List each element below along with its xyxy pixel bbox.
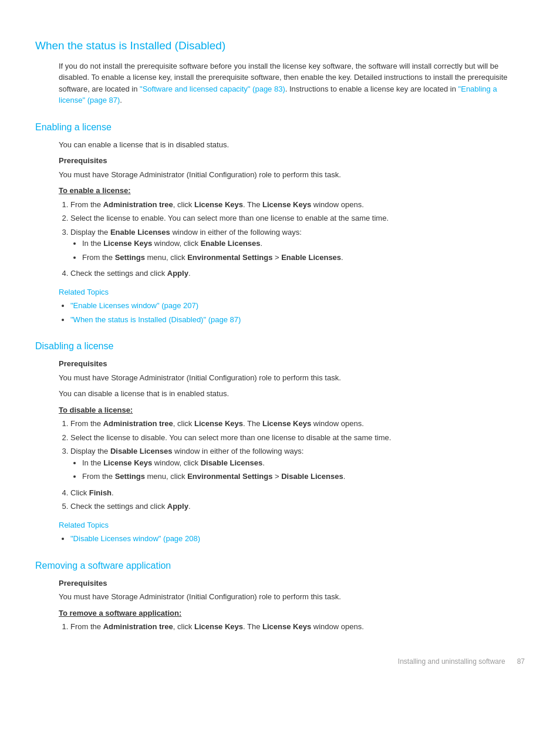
disabling-steps-list: From the Administration tree, click Lice… <box>70 418 525 512</box>
disabling-prerequisites-text1: You must have Storage Administrator (Ini… <box>59 372 525 384</box>
removing-to-remove-label: To remove a software application: <box>59 607 525 619</box>
link-disable-licenses-window[interactable]: "Disable Licenses window" (page 208) <box>70 534 200 543</box>
enabling-step-2: Select the license to enable. You can se… <box>70 212 525 224</box>
removing-prerequisites-label: Prerequisites <box>59 578 525 589</box>
disabling-sub-steps: In the License Keys window, click Disabl… <box>82 457 525 482</box>
enabling-sub-step-2: From the Settings menu, click Environmen… <box>82 252 525 264</box>
removing-software-content: Prerequisites You must have Storage Admi… <box>59 578 525 633</box>
enabling-related-link-2: "When the status is Installed (Disabled)… <box>70 314 525 326</box>
removing-step-1: From the Administration tree, click Lice… <box>70 621 525 633</box>
footer-right-text: 87 <box>517 656 525 667</box>
section-installed-disabled: When the status is Installed (Disabled) … <box>35 38 525 106</box>
removing-steps-list: From the Administration tree, click Lice… <box>70 621 525 633</box>
disabling-related-links: "Disable Licenses window" (page 208) <box>70 533 525 545</box>
heading-installed-disabled: When the status is Installed (Disabled) <box>35 38 525 55</box>
enabling-step-4: Check the settings and click Apply. <box>70 268 525 279</box>
heading-enabling-license: Enabling a license <box>35 120 525 134</box>
enabling-related-topics-label: Related Topics <box>59 286 525 298</box>
section-disabling-license: Disabling a license Prerequisites You mu… <box>35 339 525 545</box>
page-footer: Installing and uninstalling software 87 <box>35 656 525 667</box>
disabling-prerequisites-label: Prerequisites <box>59 358 525 370</box>
enabling-license-content: You can enable a license that is in disa… <box>59 139 525 326</box>
link-when-status-installed[interactable]: "When the status is Installed (Disabled)… <box>70 315 241 324</box>
enabling-step-3: Display the Enable Licenses window in ei… <box>70 227 525 264</box>
disabling-step-2: Select the license to disable. You can s… <box>70 432 525 444</box>
installed-disabled-text2: . Instructions to enable a license key a… <box>285 85 458 93</box>
disabling-to-disable-label: To disable a license: <box>59 404 525 416</box>
installed-disabled-body: If you do not install the prerequisite s… <box>59 60 525 106</box>
installed-disabled-text3: . <box>120 96 122 104</box>
disabling-related-link-1: "Disable Licenses window" (page 208) <box>70 533 525 545</box>
disabling-step-4: Click Finish. <box>70 487 525 499</box>
enabling-to-enable-label: To enable a license: <box>59 185 525 197</box>
disabling-prerequisites-text2: You can disable a license that is in ena… <box>59 388 525 400</box>
enabling-prerequisites-label: Prerequisites <box>59 155 525 167</box>
enabling-intro: You can enable a license that is in disa… <box>59 139 525 151</box>
enabling-steps-list: From the Administration tree, click Lice… <box>70 199 525 279</box>
enabling-sub-steps: In the License Keys window, click Enable… <box>82 238 525 263</box>
disabling-step-3: Display the Disable Licenses window in e… <box>70 445 525 482</box>
disabling-sub-step-2: From the Settings menu, click Environmen… <box>82 471 525 482</box>
footer-left-text: Installing and uninstalling software <box>398 656 505 667</box>
enabling-sub-step-1: In the License Keys window, click Enable… <box>82 238 525 249</box>
removing-prerequisites-text: You must have Storage Administrator (Ini… <box>59 591 525 603</box>
section-removing-software: Removing a software application Prerequi… <box>35 559 525 633</box>
link-software-licensed[interactable]: "Software and licensed capacity" (page 8… <box>140 85 285 93</box>
enabling-prerequisites-text: You must have Storage Administrator (Ini… <box>59 169 525 181</box>
disabling-sub-step-1: In the License Keys window, click Disabl… <box>82 457 525 469</box>
heading-removing-software: Removing a software application <box>35 559 525 573</box>
installed-disabled-paragraph: If you do not install the prerequisite s… <box>59 60 525 106</box>
link-enable-licenses-window[interactable]: "Enable Licenses window" (page 207) <box>70 301 198 310</box>
enabling-related-links: "Enable Licenses window" (page 207) "Whe… <box>70 300 525 325</box>
heading-disabling-license: Disabling a license <box>35 339 525 353</box>
enabling-step-1: From the Administration tree, click Lice… <box>70 199 525 211</box>
disabling-license-content: Prerequisites You must have Storage Admi… <box>59 358 525 545</box>
disabling-step-5: Check the settings and click Apply. <box>70 501 525 512</box>
disabling-step-1: From the Administration tree, click Lice… <box>70 418 525 430</box>
disabling-related-topics-label: Related Topics <box>59 519 525 531</box>
enabling-related-link-1: "Enable Licenses window" (page 207) <box>70 300 525 312</box>
section-enabling-license: Enabling a license You can enable a lice… <box>35 120 525 326</box>
